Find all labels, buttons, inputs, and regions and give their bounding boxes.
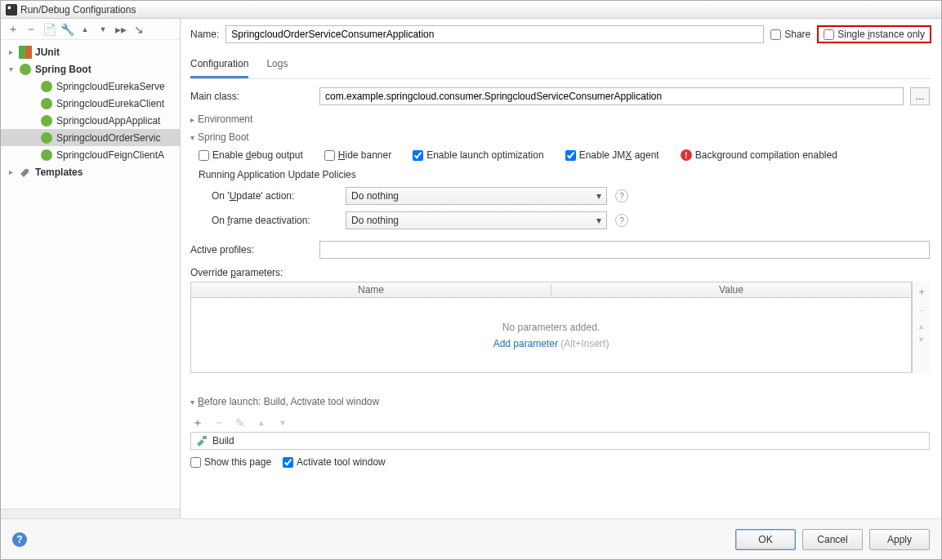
main-class-label: Main class: [190,91,313,102]
sidebar-toolbar: ＋ － 📄 🔧 ▲ ▼ ▸▸ ↘ [1,19,180,40]
override-side-toolbar: ＋ － ▲ ▼ [912,282,930,373]
tree-item-child-selected[interactable]: SpringcloudOrderServic [1,129,180,146]
tab-logs[interactable]: Logs [266,53,288,78]
tree-label: SpringcloudEurekaClient [56,98,164,109]
task-up-button[interactable]: ▲ [254,416,269,430]
springboot-section[interactable]: ▾ Spring Boot [190,131,930,143]
share-checkbox[interactable]: Share [770,29,810,40]
policies-header: Running Application Update Policies [190,169,930,180]
svg-point-4 [20,64,31,75]
col-name: Name [191,284,551,296]
copy-config-button[interactable]: 📄 [42,22,56,37]
tree-item-child[interactable]: SpringcloudEurekaServe [1,78,180,95]
enable-debug-checkbox[interactable]: Enable debug output [199,149,303,161]
tree-item-templates[interactable]: ▸ Templates [1,163,180,180]
junit-icon [19,46,32,59]
svg-rect-3 [25,46,32,59]
svg-rect-10 [203,436,207,439]
browse-button[interactable]: … [910,87,930,105]
row-down-button[interactable]: ▼ [917,336,925,344]
chevron-down-icon: ▾ [190,133,194,142]
on-frame-label: On frame deactivation: [212,215,337,226]
before-launch-section[interactable]: ▾ Before launch: Build, Activate tool wi… [190,396,930,407]
springboot-icon [40,131,53,144]
on-update-label: On 'Update' action: [212,190,337,202]
tree-item-child[interactable]: SpringcloudFeignClientA [1,146,180,163]
override-params-body: No parameters added. Add parameter (Alt+… [190,298,912,373]
bg-compile-warning: ! Background compilation enabled [681,149,837,161]
col-value: Value [551,284,911,296]
title-bar: Run/Debug Configurations [1,1,941,19]
horizontal-scrollbar[interactable] [1,509,180,518]
hammer-icon [196,435,208,447]
chevron-right-icon[interactable]: ▸ [6,47,16,56]
springboot-icon [19,63,32,76]
ok-button[interactable]: OK [735,529,796,550]
override-params-label: Override parameters: [190,267,930,278]
save-config-button[interactable]: 🔧 [60,22,74,37]
tree-label: Spring Boot [35,64,92,75]
before-launch-toolbar: ＋ － ✎ ▲ ▼ [190,414,930,432]
launch-opt-checkbox[interactable]: Enable launch optimization [413,149,543,161]
add-config-button[interactable]: ＋ [6,22,20,37]
folder-button[interactable]: ▸▸ [114,22,128,37]
main-class-input[interactable] [319,87,904,105]
help-icon[interactable]: ? [615,189,628,202]
svg-rect-0 [6,4,17,16]
tree-item-springboot[interactable]: ▾ Spring Boot [1,60,180,78]
hide-banner-checkbox[interactable]: Hide banner [324,149,391,161]
row-up-button[interactable]: ▲ [917,322,925,331]
show-this-page-checkbox[interactable]: Show this page [190,456,271,468]
move-down-button[interactable]: ▼ [96,22,110,37]
add-row-button[interactable]: ＋ [917,285,926,299]
config-sidebar: ＋ － 📄 🔧 ▲ ▼ ▸▸ ↘ ▸ JUnit ▾ Spring Boot S… [1,19,181,518]
springboot-icon [40,97,53,110]
activate-tool-checkbox[interactable]: Activate tool window [283,456,386,468]
add-task-button[interactable]: ＋ [190,416,205,430]
tree-label: SpringcloudOrderServic [56,132,160,144]
chevron-down-icon[interactable]: ▾ [6,64,16,73]
springboot-icon [40,114,53,127]
svg-point-9 [41,149,52,161]
chevron-down-icon: ▾ [190,398,194,407]
add-parameter-link[interactable]: Add parameter [493,338,558,349]
task-down-button[interactable]: ▼ [275,416,290,430]
edit-task-button[interactable]: ✎ [233,416,248,430]
tree-item-child[interactable]: SpringcloudEurekaClient [1,95,180,112]
on-update-combo[interactable]: Do nothing [346,187,607,205]
tabs: Configuration Logs [190,53,931,79]
environment-section[interactable]: ▸ Environment [190,113,930,125]
name-input[interactable] [225,25,764,43]
springboot-icon [40,149,53,162]
jmx-checkbox[interactable]: Enable JMX agent [565,149,659,161]
on-frame-combo[interactable]: Do nothing [346,211,607,229]
tree-item-child[interactable]: SpringcloudAppApplicat [1,112,180,129]
wrench-icon [19,166,32,179]
chevron-right-icon[interactable]: ▸ [6,167,16,176]
apply-button[interactable]: Apply [869,529,930,550]
svg-rect-1 [8,6,11,9]
single-instance-checkbox[interactable]: Single instance only [817,25,931,43]
app-icon [6,4,17,16]
active-profiles-label: Active profiles: [190,244,313,256]
move-up-button[interactable]: ▲ [78,22,92,37]
expand-button[interactable]: ↘ [132,22,146,37]
help-button[interactable]: ? [12,532,27,547]
remove-row-button[interactable]: － [917,304,926,318]
no-params-text: No parameters added. [502,322,600,333]
tree-label: SpringcloudAppApplicat [56,115,160,127]
active-profiles-input[interactable] [319,241,930,259]
springboot-icon [40,80,53,93]
cancel-button[interactable]: Cancel [802,529,863,550]
remove-task-button[interactable]: － [212,416,226,430]
name-label: Name: [190,29,219,40]
svg-point-5 [41,81,52,92]
before-launch-list[interactable]: Build [190,432,930,450]
help-icon[interactable]: ? [615,214,628,227]
remove-config-button[interactable]: － [24,22,38,37]
tree-label: SpringcloudEurekaServe [56,81,165,92]
svg-point-8 [41,132,52,144]
build-task-label: Build [212,435,234,447]
tab-configuration[interactable]: Configuration [190,53,248,78]
tree-item-junit[interactable]: ▸ JUnit [1,43,180,60]
